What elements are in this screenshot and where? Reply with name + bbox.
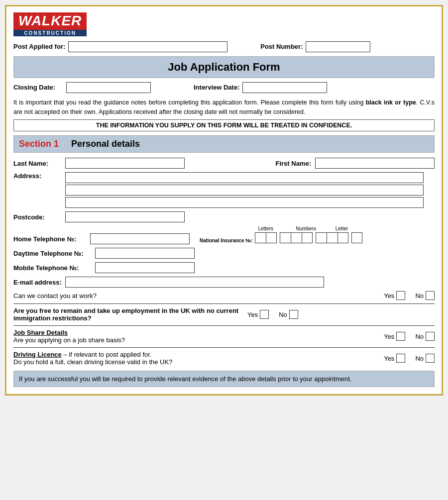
- ni-numbers-group: [280, 232, 313, 243]
- jobshare-no-label: No: [415, 333, 424, 340]
- daytime-tel-row: Daytime Telephone №:: [13, 248, 435, 259]
- postcode-input[interactable]: [65, 211, 185, 222]
- ni-numbers-group2: [316, 232, 348, 243]
- info-bold: black ink or type: [366, 99, 416, 106]
- home-tel-input[interactable]: [90, 233, 190, 244]
- contact-work-yes-checkbox[interactable]: [396, 291, 405, 300]
- jobshare-label-group: Job Share Details Are you applying on a …: [13, 329, 379, 344]
- contact-work-label: Can we contact you at work?: [13, 292, 379, 300]
- immigration-no-checkbox[interactable]: [289, 310, 298, 319]
- first-name-label: First Name:: [275, 160, 311, 167]
- closing-date-label: Closing Date:: [13, 84, 63, 91]
- bottom-notice: If you are successful you will be requir…: [13, 371, 435, 387]
- first-name-input[interactable]: [315, 158, 435, 169]
- logo: WALKER CONSTRUCTION: [13, 12, 87, 36]
- immigration-no-group: No: [279, 310, 298, 319]
- post-number-label: Post Number:: [260, 43, 303, 50]
- immigration-yes-group: Yes: [247, 310, 269, 319]
- address-line-1-input[interactable]: [65, 172, 424, 183]
- tel-ni-row: Home Telephone №: National Insurance №: …: [13, 226, 435, 244]
- immigration-yes-checkbox[interactable]: [260, 310, 269, 319]
- immigration-label: Are you free to remain and take up emplo…: [13, 307, 242, 322]
- closing-date-input[interactable]: [66, 82, 151, 93]
- ni-letter-box-1: [255, 232, 266, 243]
- ni-num-box-5: [327, 232, 337, 243]
- last-name-input[interactable]: [65, 158, 185, 169]
- ni-letters-header: Letters: [255, 226, 277, 231]
- driving-label2: Do you hold a full, clean driving licens…: [13, 358, 172, 366]
- contact-work-row: Can we contact you at work? Yes No: [13, 291, 435, 300]
- driving-row: Driving Licence – if relevant to post ap…: [13, 351, 435, 366]
- email-label: E-mail address:: [13, 279, 63, 286]
- ni-letter-header: Letter: [336, 226, 346, 231]
- jobshare-row: Job Share Details Are you applying on a …: [13, 329, 435, 344]
- ni-label: National Insurance №:: [200, 238, 253, 243]
- info-text-1: It is important that you read the guidan…: [13, 99, 366, 106]
- daytime-tel-input[interactable]: [95, 248, 195, 259]
- section1-header: Section 1 Personal details: [13, 135, 435, 153]
- post-number-input[interactable]: [306, 41, 370, 52]
- ni-num-box-2: [291, 232, 302, 243]
- immigration-yes-label: Yes: [247, 311, 258, 318]
- address-section: Address:: [13, 172, 435, 208]
- bottom-notice-text: If you are successful you will be requir…: [19, 375, 351, 383]
- jobshare-yes-label: Yes: [384, 333, 394, 340]
- form-title: Job Application Form: [13, 56, 435, 78]
- confidence-notice: THE INFORMATION YOU SUPPLY ON THIS FORM …: [13, 119, 435, 131]
- postcode-row: Postcode:: [13, 211, 435, 222]
- ni-letters-group: [255, 232, 277, 243]
- logo-construction: CONSTRUCTION: [13, 30, 87, 36]
- interview-date-label: Interview Date:: [194, 84, 239, 91]
- info-paragraph: It is important that you read the guidan…: [13, 98, 435, 117]
- name-row: Last Name: First Name:: [13, 158, 435, 169]
- header-row: WALKER CONSTRUCTION: [13, 12, 435, 36]
- driving-yes-group: Yes: [384, 354, 405, 363]
- email-input[interactable]: [65, 277, 324, 288]
- mobile-tel-label: Mobile Telephone №:: [13, 264, 93, 272]
- address-line-2-input[interactable]: [65, 185, 424, 196]
- email-row: E-mail address:: [13, 277, 435, 288]
- last-name-label: Last Name:: [13, 160, 63, 167]
- ni-final-box: [351, 232, 362, 243]
- driving-no-group: No: [415, 354, 435, 363]
- jobshare-yes-checkbox[interactable]: [396, 332, 405, 341]
- contact-work-yes-group: Yes: [384, 291, 405, 300]
- ni-final-letter-group: [351, 232, 362, 243]
- post-applied-input[interactable]: [68, 41, 227, 52]
- driving-title: Driving Licence: [13, 351, 62, 358]
- interview-date-input[interactable]: [242, 82, 327, 93]
- mobile-tel-row: Mobile Telephone №:: [13, 262, 435, 273]
- driving-label-group: Driving Licence – if relevant to post ap…: [13, 351, 379, 366]
- ni-num-box-4: [316, 232, 327, 243]
- divider-3: [13, 347, 435, 348]
- contact-work-no-checkbox[interactable]: [426, 291, 435, 300]
- contact-work-no-label: No: [415, 292, 424, 300]
- jobshare-title: Job Share Details: [13, 329, 68, 336]
- section1-title: Personal details: [71, 139, 140, 149]
- post-applied-label: Post Applied for:: [13, 43, 65, 50]
- ni-num-box-6: [337, 232, 348, 243]
- driving-no-checkbox[interactable]: [426, 354, 435, 363]
- post-applied-row: Post Applied for: Post Number:: [13, 41, 435, 52]
- mobile-tel-input[interactable]: [95, 262, 195, 273]
- ni-numbers-header: Numbers: [279, 226, 334, 231]
- contact-work-yes-label: Yes: [384, 292, 394, 300]
- jobshare-sublabel: Are you applying on a job share basis?: [13, 336, 125, 344]
- divider-1: [13, 303, 435, 304]
- driving-yes-checkbox[interactable]: [396, 354, 405, 363]
- driving-yes-label: Yes: [384, 355, 394, 362]
- section1-number: Section 1: [19, 139, 59, 149]
- address-label: Address:: [13, 172, 63, 180]
- immigration-no-label: No: [279, 311, 287, 318]
- ni-letter-box-2: [266, 232, 277, 243]
- driving-no-label: No: [415, 355, 424, 362]
- page: WALKER CONSTRUCTION Post Applied for: Po…: [5, 5, 443, 396]
- jobshare-no-checkbox[interactable]: [426, 332, 435, 341]
- ni-num-box-1: [280, 232, 291, 243]
- contact-work-no-group: No: [415, 291, 435, 300]
- immigration-row: Are you free to remain and take up emplo…: [13, 307, 435, 322]
- logo-walker: WALKER: [13, 12, 87, 30]
- address-line-3-input[interactable]: [65, 197, 424, 208]
- driving-label1: – if relevant to post applied for.: [62, 351, 152, 358]
- date-row: Closing Date: Interview Date:: [13, 82, 435, 93]
